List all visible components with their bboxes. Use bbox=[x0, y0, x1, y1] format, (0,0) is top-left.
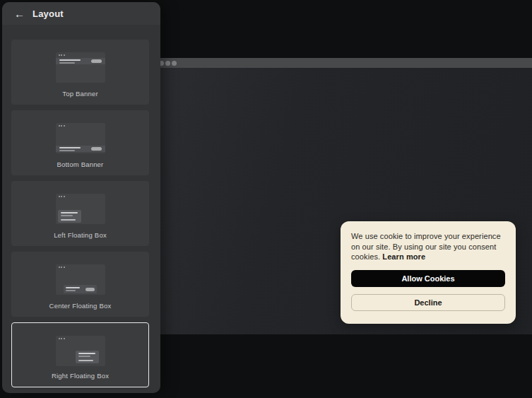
left-floating-box-thumbnail-icon bbox=[56, 194, 105, 224]
browser-content-area: We use cookie to improve your experience… bbox=[148, 68, 532, 334]
panel-title: Layout bbox=[32, 8, 64, 19]
layout-options-list: Top Banner Bottom Banner bbox=[11, 40, 151, 393]
layout-option-left-floating-box[interactable]: Left Floating Box bbox=[11, 181, 149, 246]
layout-option-center-floating-box[interactable]: Center Floating Box bbox=[11, 252, 149, 317]
layout-option-bottom-banner[interactable]: Bottom Banner bbox=[11, 110, 149, 175]
cookie-consent-box: We use cookie to improve your experience… bbox=[341, 221, 516, 324]
right-floating-box-thumbnail-icon bbox=[56, 336, 105, 366]
layout-panel: ← Layout Top Banner bbox=[2, 2, 160, 393]
layout-option-label: Center Floating Box bbox=[11, 302, 149, 310]
cookie-message-text: We use cookie to improve your experience… bbox=[351, 232, 501, 261]
decline-button[interactable]: Decline bbox=[351, 294, 505, 311]
layout-option-label: Left Floating Box bbox=[11, 231, 149, 239]
layout-option-label: Top Banner bbox=[11, 90, 149, 98]
learn-more-link[interactable]: Learn more bbox=[382, 252, 425, 261]
allow-cookies-button[interactable]: Allow Cookies bbox=[351, 270, 505, 287]
window-dots-icon bbox=[159, 61, 177, 66]
layout-option-label: Right Floating Box bbox=[12, 372, 148, 380]
browser-preview-window: We use cookie to improve your experience… bbox=[148, 58, 532, 334]
cookie-message: We use cookie to improve your experience… bbox=[351, 231, 505, 262]
layout-option-right-floating-box[interactable]: Right Floating Box bbox=[11, 322, 149, 387]
back-arrow-icon[interactable]: ← bbox=[14, 8, 25, 19]
center-floating-box-thumbnail-icon bbox=[56, 264, 105, 295]
layout-option-top-banner[interactable]: Top Banner bbox=[11, 40, 149, 105]
panel-header: ← Layout bbox=[2, 2, 160, 25]
app-background: We use cookie to improve your experience… bbox=[0, 0, 532, 398]
bottom-banner-thumbnail-icon bbox=[56, 123, 105, 153]
browser-titlebar bbox=[148, 58, 532, 68]
top-banner-thumbnail-icon bbox=[56, 52, 105, 83]
layout-option-label: Bottom Banner bbox=[11, 160, 149, 168]
